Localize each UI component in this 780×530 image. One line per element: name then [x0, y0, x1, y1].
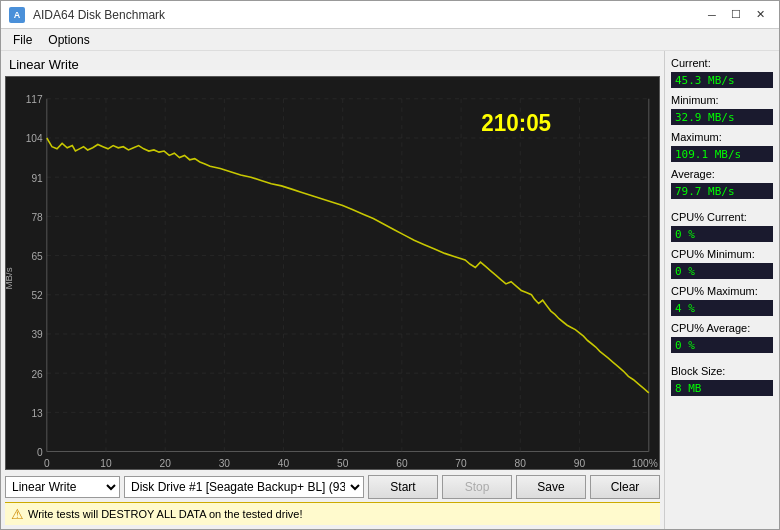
mode-dropdown[interactable]: Linear Write Linear Read Random Write Ra…: [5, 476, 120, 498]
svg-text:117: 117: [26, 93, 43, 105]
svg-text:13: 13: [31, 406, 42, 418]
svg-text:210:05: 210:05: [481, 110, 551, 137]
save-button[interactable]: Save: [516, 475, 586, 499]
app-icon: A: [9, 7, 25, 23]
main-panel: Linear Write: [1, 51, 664, 529]
maximum-label: Maximum:: [671, 131, 773, 143]
maximum-value: 109.1 MB/s: [671, 146, 773, 162]
svg-text:30: 30: [219, 457, 230, 469]
start-button[interactable]: Start: [368, 475, 438, 499]
current-label: Current:: [671, 57, 773, 69]
cpu-maximum-value: 4 %: [671, 300, 773, 316]
main-window: A AIDA64 Disk Benchmark ─ ☐ ✕ File Optio…: [0, 0, 780, 530]
close-button[interactable]: ✕: [749, 5, 771, 25]
svg-text:91: 91: [31, 171, 42, 183]
svg-text:50: 50: [337, 457, 348, 469]
menu-options[interactable]: Options: [40, 31, 97, 49]
current-value: 45.3 MB/s: [671, 72, 773, 88]
svg-text:100%: 100%: [632, 457, 658, 469]
svg-text:26: 26: [31, 367, 42, 379]
svg-text:65: 65: [31, 250, 42, 262]
svg-text:104: 104: [26, 132, 43, 144]
cpu-current-value: 0 %: [671, 226, 773, 242]
svg-text:52: 52: [31, 289, 42, 301]
cpu-maximum-label: CPU% Maximum:: [671, 285, 773, 297]
minimize-button[interactable]: ─: [701, 5, 723, 25]
svg-text:MB/s: MB/s: [6, 267, 14, 290]
maximize-button[interactable]: ☐: [725, 5, 747, 25]
right-panel: Current: 45.3 MB/s Minimum: 32.9 MB/s Ma…: [664, 51, 779, 529]
chart-svg: 117 104 91 78 65 52 39 26 13 0 MB/s 0 10…: [6, 77, 659, 469]
svg-text:78: 78: [31, 210, 42, 222]
svg-text:80: 80: [515, 457, 526, 469]
chart-container: 117 104 91 78 65 52 39 26 13 0 MB/s 0 10…: [5, 76, 660, 470]
cpu-current-label: CPU% Current:: [671, 211, 773, 223]
average-value: 79.7 MB/s: [671, 183, 773, 199]
menu-bar: File Options: [1, 29, 779, 51]
cpu-average-value: 0 %: [671, 337, 773, 353]
svg-text:60: 60: [396, 457, 407, 469]
svg-text:0: 0: [44, 457, 50, 469]
clear-button[interactable]: Clear: [590, 475, 660, 499]
title-controls: ─ ☐ ✕: [701, 5, 771, 25]
stop-button[interactable]: Stop: [442, 475, 512, 499]
cpu-average-label: CPU% Average:: [671, 322, 773, 334]
drive-dropdown[interactable]: Disk Drive #1 [Seagate Backup+ BL] (931.…: [124, 476, 364, 498]
chart-title: Linear Write: [5, 55, 660, 74]
svg-text:90: 90: [574, 457, 585, 469]
warning-bar: ⚠ Write tests will DESTROY ALL DATA on t…: [5, 502, 660, 525]
svg-text:20: 20: [159, 457, 170, 469]
average-label: Average:: [671, 168, 773, 180]
menu-file[interactable]: File: [5, 31, 40, 49]
minimum-value: 32.9 MB/s: [671, 109, 773, 125]
svg-text:40: 40: [278, 457, 289, 469]
controls-bar: Linear Write Linear Read Random Write Ra…: [5, 472, 660, 502]
title-bar-left: A AIDA64 Disk Benchmark: [9, 7, 165, 23]
cpu-minimum-label: CPU% Minimum:: [671, 248, 773, 260]
cpu-minimum-value: 0 %: [671, 263, 773, 279]
window-title: AIDA64 Disk Benchmark: [33, 8, 165, 22]
title-bar: A AIDA64 Disk Benchmark ─ ☐ ✕: [1, 1, 779, 29]
warning-text: Write tests will DESTROY ALL DATA on the…: [28, 508, 303, 520]
svg-text:0: 0: [37, 446, 43, 458]
svg-text:39: 39: [31, 328, 42, 340]
warning-icon: ⚠: [11, 506, 24, 522]
svg-text:70: 70: [455, 457, 466, 469]
svg-text:10: 10: [100, 457, 111, 469]
block-size-label: Block Size:: [671, 365, 773, 377]
block-size-value: 8 MB: [671, 380, 773, 396]
minimum-label: Minimum:: [671, 94, 773, 106]
content-area: Linear Write: [1, 51, 779, 529]
svg-rect-0: [6, 77, 659, 469]
